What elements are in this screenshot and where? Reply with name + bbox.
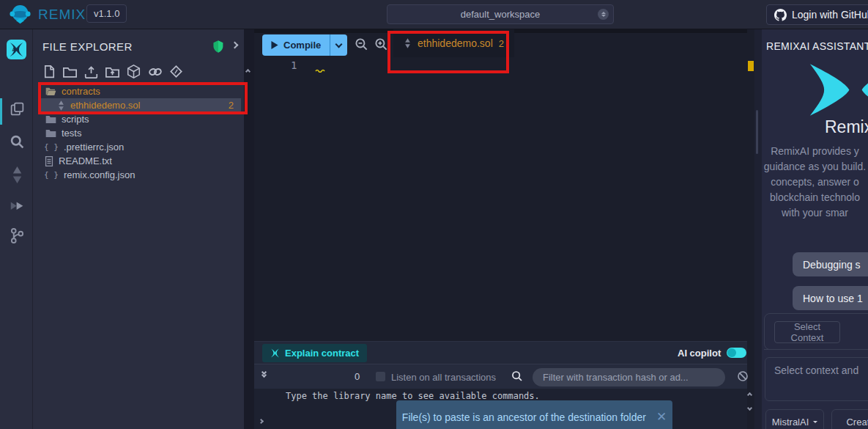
upload-file-icon[interactable] — [84, 65, 98, 78]
terminal-scroll-down-icon[interactable] — [747, 406, 752, 411]
listen-label: Listen on all transactions — [391, 372, 496, 383]
resize-handle[interactable] — [756, 110, 758, 154]
scrollbar-annotation-marker — [748, 61, 754, 71]
zoom-out-icon[interactable] — [355, 37, 368, 51]
toast-notification: File(s) to paste is an ancestor of the d… — [396, 400, 672, 429]
github-icon — [774, 9, 787, 21]
solidity-compiler-icon[interactable] — [10, 166, 24, 183]
transaction-count: 0 — [355, 371, 360, 382]
tree-item-readme[interactable]: README.txt — [39, 154, 241, 168]
chevron-down-icon — [335, 40, 343, 48]
activity-bar: AI — [0, 29, 33, 429]
remixai-logo — [797, 62, 868, 117]
select-context-button[interactable]: Select Context — [774, 321, 840, 343]
text-file-icon — [45, 156, 53, 166]
scroll-up-icon[interactable] — [245, 69, 251, 74]
expand-terminal-icon[interactable] — [262, 370, 266, 377]
file-explorer-title: FILE EXPLORER — [42, 40, 133, 53]
tree-item-tests[interactable]: tests — [39, 126, 241, 140]
svg-text:AI: AI — [12, 47, 17, 52]
workspace-box-icon[interactable] — [127, 65, 141, 78]
version-badge: v1.1.0 — [86, 4, 127, 23]
search-plugin-icon[interactable] — [10, 134, 25, 150]
prompt-button-how-to-use[interactable]: How to use 1 — [793, 286, 868, 310]
zoom-in-icon[interactable] — [374, 37, 388, 51]
tree-item-prettierrc[interactable]: { } .prettierrc.json — [39, 140, 241, 154]
git-icon[interactable] — [10, 227, 24, 245]
clone-link-icon[interactable] — [148, 65, 163, 78]
right-panel-gutter[interactable] — [754, 29, 762, 429]
ai-bar: Explain contract AI copilot — [254, 341, 747, 364]
top-bar: REMIX v1.1.0 default_workspace Login wit… — [0, 0, 868, 29]
play-icon — [271, 41, 278, 49]
toast-message: File(s) to paste is an ancestor of the d… — [402, 411, 646, 423]
folder-icon — [45, 115, 56, 124]
annotation-box-editor-tab — [387, 31, 509, 73]
prompt-chevron-icon — [259, 419, 264, 424]
filter-input[interactable] — [533, 368, 725, 386]
workspace-selector-value: default_workspace — [461, 9, 540, 20]
compile-options-button[interactable] — [330, 34, 347, 56]
context-container: Select Context — [764, 313, 868, 350]
file-explorer-icon[interactable] — [10, 101, 25, 117]
new-folder-icon[interactable] — [63, 65, 77, 78]
model-select-button[interactable]: MistralAI — [765, 409, 824, 429]
json-braces-icon: { } — [44, 142, 59, 152]
ai-copilot-label: AI copilot — [678, 348, 721, 359]
section-divider — [764, 349, 868, 350]
listen-checkbox[interactable] — [376, 372, 385, 381]
assistant-prompt-input[interactable] — [765, 357, 868, 401]
squiggle-warning — [315, 68, 325, 73]
workspace-selector[interactable]: default_workspace — [387, 4, 614, 24]
search-icon[interactable] — [511, 370, 523, 382]
remix-logo-icon — [10, 4, 31, 25]
terminal-hint: Type the library name to see available c… — [286, 391, 540, 401]
workspace-sort-icon[interactable] — [598, 9, 609, 20]
create-button[interactable]: Create — [831, 409, 868, 429]
remixai-icon[interactable]: AI — [7, 40, 26, 59]
shield-icon — [213, 40, 223, 53]
remix-ide-window: REMIX v1.1.0 default_workspace Login wit… — [0, 0, 868, 429]
tree-item-remix-config[interactable]: { } remix.config.json — [39, 168, 241, 182]
editor-area: Compile ethhidedemo.sol 2 1 — [254, 29, 747, 341]
toggle-knob — [727, 348, 736, 357]
json-braces-icon: { } — [44, 170, 59, 180]
collapse-panel-chevron-icon[interactable] — [231, 42, 239, 49]
line-number: 1 — [291, 59, 297, 71]
explorer-toolbar — [43, 65, 182, 78]
login-github-label: Login with GitHub — [792, 9, 868, 21]
terminal-scroll-up-icon[interactable] — [747, 392, 752, 397]
terminal-header: 0 Listen on all transactions — [254, 364, 747, 389]
deploy-run-icon[interactable] — [10, 199, 25, 214]
explain-contract-button[interactable]: Explain contract — [262, 344, 367, 362]
chevron-down-icon — [813, 421, 817, 423]
upload-folder-icon[interactable] — [105, 65, 119, 78]
clear-console-icon[interactable] — [737, 370, 749, 382]
new-file-icon[interactable] — [43, 65, 56, 78]
assistant-heading: Remix — [825, 117, 868, 137]
folder-icon — [45, 129, 56, 138]
remixai-assistant-panel: REMIXAI ASSISTANT Remix RemixAI provides… — [762, 29, 868, 429]
active-plugin-indicator — [0, 98, 2, 125]
prompt-button-debugging[interactable]: Debugging s — [793, 252, 868, 276]
remixai-spark-icon — [270, 348, 280, 358]
brand-title: REMIX — [38, 7, 86, 23]
ai-copilot-toggle[interactable] — [727, 348, 746, 358]
annotation-box-file-tree — [38, 82, 248, 114]
assistant-title: REMIXAI ASSISTANT — [766, 40, 868, 52]
solidity-badge-icon[interactable] — [170, 65, 182, 78]
assistant-description: RemixAI provides y guidance as you build… — [762, 144, 868, 221]
toast-close-icon[interactable]: ✕ — [656, 409, 667, 425]
compile-button[interactable]: Compile — [262, 34, 330, 56]
login-github-button[interactable]: Login with GitHub — [766, 4, 868, 25]
compile-split-button: Compile — [262, 34, 347, 56]
